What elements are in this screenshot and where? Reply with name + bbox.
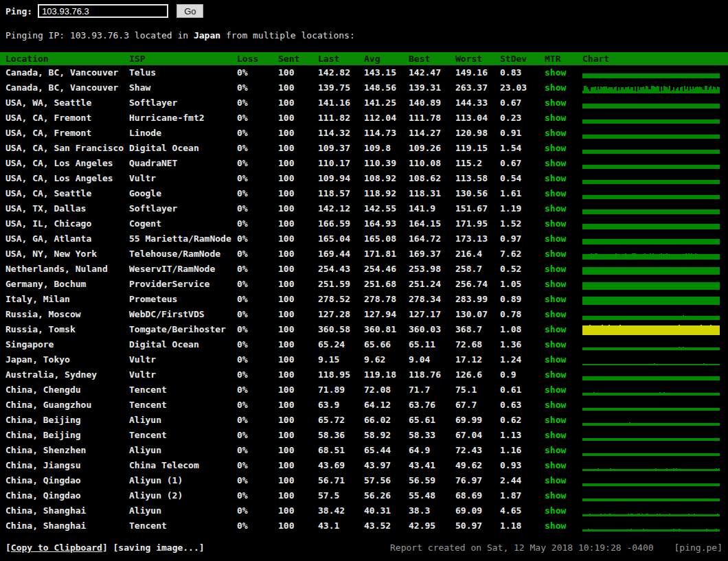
mtr-show-link[interactable]: show — [545, 233, 566, 244]
loss-cell: 0% — [237, 171, 278, 186]
avg-cell: 66.02 — [364, 413, 409, 428]
mtr-show-link[interactable]: show — [545, 430, 566, 440]
best-cell: 114.27 — [409, 126, 455, 141]
mtr-show-link[interactable]: show — [545, 294, 566, 304]
latency-sparkline — [582, 95, 728, 111]
mtr-show-link[interactable]: show — [545, 203, 566, 214]
stdev-cell: 0.23 — [500, 111, 545, 126]
loss-cell: 0% — [237, 247, 278, 262]
stdev-cell: 0.62 — [500, 413, 545, 428]
latency-sparkline — [582, 186, 728, 201]
pingpe-brand-link[interactable]: [ping.pe] — [674, 542, 723, 553]
mtr-show-link[interactable]: show — [545, 128, 566, 138]
stdev-cell: 0.63 — [500, 398, 545, 413]
status-country: Japan — [194, 30, 220, 41]
last-cell: 38.42 — [318, 503, 364, 518]
loss-cell: 0% — [237, 111, 278, 126]
mtr-show-link[interactable]: show — [545, 339, 566, 350]
table-row: Russia, Tomsk Tomgate/Berihoster 0% 100 … — [0, 322, 728, 337]
stdev-cell: 1.61 — [500, 186, 545, 201]
mtr-show-link[interactable]: show — [545, 67, 566, 78]
avg-cell: 278.78 — [364, 292, 409, 307]
mtr-show-link[interactable]: show — [545, 188, 566, 198]
location-cell: USA, NY, New York — [0, 247, 129, 262]
mtr-show-link[interactable]: show — [545, 460, 566, 470]
last-cell: 251.59 — [318, 277, 364, 292]
mtr-show-link[interactable]: show — [545, 505, 566, 516]
mtr-show-link[interactable]: show — [545, 369, 566, 380]
mtr-show-link[interactable]: show — [545, 475, 566, 485]
mtr-show-link[interactable]: show — [545, 82, 566, 93]
last-cell: 65.24 — [318, 337, 364, 352]
worst-cell: 130.56 — [455, 186, 500, 201]
isp-cell: Vultr — [129, 367, 237, 382]
mtr-show-link[interactable]: show — [545, 385, 566, 395]
loss-cell: 0% — [237, 503, 278, 518]
mtr-show-link[interactable]: show — [545, 143, 566, 153]
last-cell: 68.51 — [318, 443, 364, 458]
location-cell: Germany, Bochum — [0, 277, 129, 292]
mtr-show-link[interactable]: show — [545, 400, 566, 410]
worst-cell: 76.97 — [455, 473, 500, 488]
stdev-cell: 1.16 — [500, 443, 545, 458]
best-cell: 55.48 — [409, 488, 455, 503]
loss-cell: 0% — [237, 156, 278, 171]
col-header-last: Last — [318, 52, 364, 65]
last-cell: 56.71 — [318, 473, 364, 488]
mtr-show-link[interactable]: show — [545, 264, 566, 274]
worst-cell: 120.98 — [455, 126, 500, 141]
mtr-show-link[interactable]: show — [545, 415, 566, 425]
worst-cell: 67.04 — [455, 428, 500, 443]
stdev-cell: 1.19 — [500, 201, 545, 216]
worst-cell: 130.07 — [455, 307, 500, 322]
table-row: Germany, Bochum ProviderService 0% 100 2… — [0, 277, 728, 292]
table-row: USA, NY, New York Telehouse/RamNode 0% 1… — [0, 247, 728, 262]
sent-cell: 100 — [278, 216, 318, 231]
sent-cell: 100 — [278, 171, 318, 186]
loss-cell: 0% — [237, 141, 278, 156]
mtr-show-link[interactable]: show — [545, 445, 566, 455]
worst-cell: 72.68 — [455, 337, 500, 352]
best-cell: 278.34 — [409, 292, 455, 307]
mtr-show-link[interactable]: show — [545, 218, 566, 229]
location-cell: China, Beijing — [0, 428, 129, 443]
mtr-show-link[interactable]: show — [545, 324, 566, 334]
avg-cell: 127.94 — [364, 307, 409, 322]
table-row: China, Chengdu Tencent 0% 100 71.89 72.0… — [0, 382, 728, 398]
stdev-cell: 7.62 — [500, 247, 545, 262]
mtr-show-link[interactable]: show — [545, 249, 566, 259]
sent-cell: 100 — [278, 382, 318, 398]
avg-cell: 254.46 — [364, 262, 409, 277]
worst-cell: 17.12 — [455, 352, 500, 367]
mtr-show-link[interactable]: show — [545, 173, 566, 183]
avg-cell: 65.66 — [364, 337, 409, 352]
stdev-cell: 1.52 — [500, 216, 545, 231]
avg-cell: 360.81 — [364, 322, 409, 337]
worst-cell: 256.74 — [455, 277, 500, 292]
mtr-show-link[interactable]: show — [545, 98, 566, 108]
mtr-show-link[interactable]: show — [545, 158, 566, 168]
avg-cell: 142.55 — [364, 201, 409, 216]
mtr-show-link[interactable]: show — [545, 520, 566, 531]
ping-ip-input[interactable] — [38, 4, 168, 18]
last-cell: 43.69 — [318, 458, 364, 473]
worst-cell: 368.7 — [455, 322, 500, 337]
mtr-show-link[interactable]: show — [545, 279, 566, 289]
mtr-show-link[interactable]: show — [545, 309, 566, 319]
copy-to-clipboard-link[interactable]: Copy to Clipboard — [11, 542, 102, 553]
location-cell: Singapore — [0, 337, 129, 352]
mtr-show-link[interactable]: show — [545, 113, 566, 123]
sent-cell: 100 — [278, 141, 318, 156]
sent-cell: 100 — [278, 65, 318, 80]
best-cell: 63.76 — [409, 398, 455, 413]
go-button[interactable]: Go — [177, 4, 203, 18]
latency-sparkline — [582, 382, 728, 398]
best-cell: 58.33 — [409, 428, 455, 443]
sent-cell: 100 — [278, 80, 318, 95]
mtr-show-link[interactable]: show — [545, 354, 566, 365]
mtr-show-link[interactable]: show — [545, 490, 566, 501]
sent-cell: 100 — [278, 201, 318, 216]
last-cell: 169.44 — [318, 247, 364, 262]
location-cell: China, Beijing — [0, 413, 129, 428]
last-cell: 65.72 — [318, 413, 364, 428]
